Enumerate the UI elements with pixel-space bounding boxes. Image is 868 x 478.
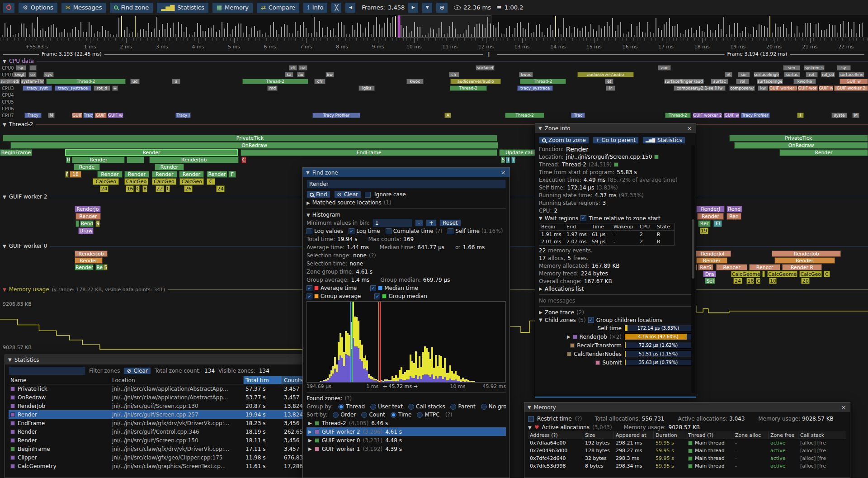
found-zone-group-thread-2[interactable]: ▶Thread-2(4,105)6.46 s — [307, 419, 506, 427]
cpu-zone[interactable]: aa — [298, 65, 307, 71]
find-zone-search-input[interactable] — [307, 180, 506, 189]
radio-call-stacks[interactable]: Call stacks — [408, 403, 445, 410]
zoom-to-zone-button[interactable]: Zoom to zone — [539, 137, 589, 144]
allocation-row[interactable]: 0x7dfc53d9988 bytes298.34 ms59.95 sMain … — [528, 462, 846, 470]
cpu-zone[interactable]: composer@2.1-se [Hw — [674, 85, 726, 91]
stats-col-name[interactable]: Name — [9, 376, 110, 384]
child-zone-submit[interactable]: Submit35.63 µs (0.79%) — [539, 358, 692, 367]
memory-button[interactable]: ▦Memory — [212, 2, 253, 13]
collapse-arrow[interactable]: ▼ — [3, 287, 6, 292]
zone-sel[interactable]: Sel — [705, 278, 715, 284]
zone-render[interactable]: Render — [697, 213, 724, 220]
cpu-zone[interactable]: M — [48, 113, 55, 118]
memory-col-thread[interactable]: Thread (?) — [686, 431, 733, 439]
find-zone-histogram[interactable] — [307, 301, 506, 383]
cpu-zone[interactable]: rol — [736, 79, 749, 84]
zone-16[interactable]: 16 — [126, 185, 133, 192]
zone-rers[interactable]: RerS — [698, 264, 714, 270]
zone-unnamed[interactable] — [762, 271, 765, 277]
zone-24[interactable]: 24 — [100, 185, 108, 192]
zone-22[interactable]: 22 — [156, 185, 164, 192]
radio[interactable] — [361, 412, 367, 418]
cpu-zone[interactable]: rol_od — [821, 72, 835, 77]
cpu-zone[interactable]: surfacefline — [839, 72, 865, 77]
radio-no-grouping[interactable]: No grouping — [481, 403, 506, 410]
bin-plus-button[interactable]: + — [426, 219, 437, 227]
wait-col-end[interactable]: End — [565, 224, 590, 230]
zone-dra[interactable]: Dra — [703, 271, 716, 277]
found-zone-group-guif-worker-2[interactable]: ▶GUIF worker 2(3,296)4.61 s — [307, 427, 506, 436]
goto-frame-button[interactable]: ▼ — [422, 2, 433, 13]
zone-render[interactable]: Render — [75, 213, 101, 220]
zone-renderjob[interactable]: RenderJob — [75, 251, 108, 257]
zone-r[interactable]: R — [66, 156, 71, 163]
radio[interactable] — [338, 404, 344, 410]
cpu-zone[interactable]: Tracy — [24, 113, 42, 118]
cpu-zone[interactable]: a — [172, 79, 180, 84]
collapse-arrow[interactable]: ▼ — [528, 425, 532, 430]
expand-arrow[interactable]: ▶ — [539, 286, 542, 291]
zone-render[interactable]: Render — [179, 171, 204, 178]
cpu-zone[interactable]: tracy_systrace — [55, 85, 91, 91]
close-icon[interactable]: × — [840, 404, 847, 411]
frames-row[interactable]: ‖ Frame 3,193 (22.45 ms) Frame 3,194 (13… — [0, 51, 868, 57]
zone-9[interactable]: 9 — [95, 220, 100, 227]
expand-arrow[interactable]: ▶ — [539, 310, 542, 315]
allocation-row[interactable]: 0x7e049b3d00128 bytes298.27 ms59.95 sMai… — [528, 447, 846, 454]
cpu-data-header[interactable]: ▼ CPU data — [0, 57, 868, 65]
cpu-zone[interactable]: GUIF work — [797, 85, 817, 91]
zone-18[interactable]: 18 — [70, 171, 82, 178]
cpu-zone[interactable]: GUIF — [72, 113, 82, 118]
wait-col-begin[interactable]: Begin — [539, 224, 565, 230]
cpu-zone[interactable]: kwoc — [519, 72, 533, 77]
legend-group-median[interactable]: ✓Group median — [374, 293, 427, 299]
checkbox[interactable] — [386, 228, 392, 234]
compare-button[interactable]: ⇄Compare — [256, 2, 300, 13]
cpu-zone[interactable]: Thread-2 — [450, 85, 487, 91]
toggle-log-values[interactable]: Log values — [307, 228, 343, 234]
wait-col-wakeup[interactable]: Wakeup — [612, 224, 638, 230]
cpu-zone[interactable]: rot — [806, 72, 818, 77]
zone-render[interactable]: Render — [97, 171, 123, 178]
zone-render[interactable]: Render — [779, 149, 868, 156]
zone-c[interactable]: C — [241, 156, 247, 163]
cpu-zone[interactable]: kworke — [793, 79, 816, 84]
zone-f[interactable]: F — [65, 171, 69, 178]
radio[interactable] — [333, 412, 339, 418]
clear-button[interactable]: ⊘Clear — [334, 191, 361, 198]
zone-re[interactable]: Re — [95, 264, 103, 270]
cpu-zone[interactable]: ud — [130, 79, 140, 84]
found-zone-group-guif-worker-0[interactable]: ▶GUIF worker 0(3,231)4.48 s — [307, 436, 506, 445]
bin-minus-button[interactable]: - — [415, 219, 423, 227]
find-zone-titlebar[interactable]: ▼ Find zone × — [303, 168, 509, 177]
cpu-zone[interactable]: A — [444, 113, 451, 118]
zone-calcgeome[interactable]: CalcGeome — [731, 271, 760, 277]
checkbox[interactable]: ✓ — [349, 228, 354, 234]
zone-26[interactable]: 26 — [184, 185, 193, 192]
cpu-zone[interactable]: M — [852, 113, 859, 118]
zone-f[interactable]: F — [228, 171, 236, 178]
scrollbar[interactable] — [691, 145, 695, 393]
cpu-zone[interactable]: audioserver/audio — [577, 72, 634, 77]
zone-privatetick[interactable]: PrivateTick — [729, 135, 868, 142]
statistics-button[interactable]: ▂▅▇Statistics — [642, 137, 685, 144]
collapse-arrow[interactable]: ▼ — [528, 405, 531, 410]
child-zone-calcrendernodes[interactable]: CalcRenderNodes51.51 µs (1.15%) — [539, 350, 692, 358]
child-zone-renderjob[interactable]: ▶RenderJob(×2)4.16 ms (92.60%) — [539, 332, 692, 341]
cpu-zone[interactable]: tracy_syst — [23, 85, 52, 91]
zone-rende[interactable]: Rende — [74, 164, 100, 170]
options-button[interactable]: ⚙Options — [18, 2, 58, 13]
radio[interactable] — [481, 404, 487, 410]
cpu-zone[interactable]: Thread-2 — [242, 79, 308, 84]
cpu-zone[interactable]: sys — [43, 72, 54, 77]
legend-average-time[interactable]: ✓Average time — [307, 285, 357, 291]
cpu-zone[interactable]: md — [267, 85, 278, 91]
zone-24[interactable]: 24 — [216, 185, 225, 192]
zone-render[interactable]: Render — [72, 156, 125, 163]
go-to-parent-button[interactable]: ↑Go to parent — [593, 137, 639, 144]
close-icon[interactable]: × — [686, 125, 693, 132]
cpu-zone[interactable]: GUIF w — [819, 85, 834, 91]
radio-count[interactable]: Count — [361, 412, 385, 418]
collapse-arrow[interactable]: ▼ — [3, 59, 6, 64]
cpu-zone[interactable]: aur — [658, 65, 671, 71]
